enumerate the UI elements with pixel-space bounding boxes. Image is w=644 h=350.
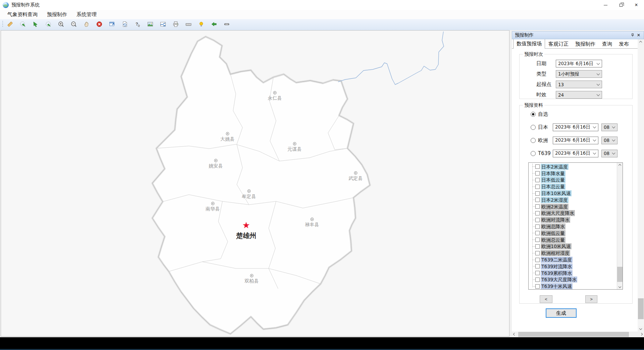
help-pointer-icon[interactable]	[133, 20, 142, 28]
tree-item[interactable]: T639累积降水	[529, 270, 616, 277]
japan-hour-select[interactable]: 08	[601, 123, 618, 131]
europe-hour-select[interactable]: 08	[601, 137, 618, 144]
radio-self-select[interactable]	[531, 112, 536, 117]
panel-vertical-scrollbar[interactable]	[638, 39, 644, 332]
date-select[interactable]: 2023年 6月16日	[556, 60, 602, 67]
tree-item[interactable]: T639二米温度	[529, 256, 616, 263]
tree-item-checkbox[interactable]	[535, 171, 540, 176]
refresh-page-icon[interactable]	[121, 20, 129, 28]
radio-t639[interactable]	[531, 151, 536, 156]
scroll-up-button[interactable]	[617, 163, 623, 168]
tree-item[interactable]: 日本2米温度	[529, 163, 616, 170]
tree-item[interactable]: 日本低云量	[529, 177, 616, 184]
minimize-button[interactable]	[598, 0, 613, 10]
stop-icon[interactable]	[95, 20, 103, 28]
print-icon[interactable]	[172, 20, 180, 28]
tree-item-checkbox[interactable]	[535, 231, 540, 235]
map-area[interactable]: 永仁县 大姚县	[1, 30, 509, 337]
tree-item[interactable]: 日本2米湿度	[529, 197, 616, 203]
scrollbar-thumb[interactable]	[638, 298, 644, 319]
tree-item-checkbox[interactable]	[535, 251, 540, 255]
tree-item-checkbox[interactable]	[535, 258, 540, 262]
scrollbar-thumb[interactable]	[617, 267, 623, 282]
europe-date-select[interactable]: 2023年 6月16日	[553, 137, 598, 144]
restore-button[interactable]	[613, 0, 629, 10]
back-arrow-icon[interactable]	[210, 20, 218, 28]
tree-item-checkbox[interactable]	[535, 284, 540, 289]
tab-forecast-production[interactable]: 预报制作	[572, 39, 599, 48]
menu-system-management[interactable]: 系统管理	[72, 10, 101, 19]
tree-item[interactable]: 欧洲相对湿度	[529, 250, 616, 256]
panel-horizontal-scrollbar[interactable]	[512, 332, 644, 337]
full-extent-icon[interactable]	[108, 20, 116, 28]
scroll-left-button[interactable]	[512, 332, 517, 337]
scroll-down-button[interactable]	[638, 326, 643, 331]
tree-item[interactable]: T639大尺度降水	[529, 277, 616, 283]
tree-item-checkbox[interactable]	[535, 178, 540, 182]
start-hour-select[interactable]: 13	[556, 81, 602, 88]
tree-item-checkbox[interactable]	[535, 164, 540, 169]
radio-japan[interactable]	[531, 125, 536, 130]
tree-item-checkbox[interactable]	[535, 278, 540, 282]
tree-item[interactable]: 欧洲对流降水	[529, 216, 616, 223]
type-select[interactable]: 1小时预报	[556, 70, 602, 78]
tree-item-checkbox[interactable]	[535, 204, 540, 209]
tree-item[interactable]: 日本降水量	[529, 170, 616, 177]
next-button[interactable]: >	[585, 295, 597, 303]
tree-item-checkbox[interactable]	[535, 244, 540, 249]
measure-tool-icon[interactable]	[223, 20, 231, 28]
zoom-out-icon[interactable]	[70, 20, 78, 28]
scroll-right-button[interactable]	[639, 332, 644, 337]
tree-item-checkbox[interactable]	[535, 185, 540, 189]
zoom-dynamic-icon[interactable]	[44, 20, 52, 28]
tree-item[interactable]: 欧洲2米温度	[529, 203, 616, 210]
tree-item-checkbox[interactable]	[535, 264, 540, 268]
japan-date-select[interactable]: 2023年 6月16日	[553, 123, 598, 131]
tree-item-checkbox[interactable]	[535, 224, 540, 229]
tab-objective-correction[interactable]: 客观订正	[545, 39, 572, 48]
tree-item[interactable]: 欧洲大尺度降水	[529, 210, 616, 217]
menu-forecast-production[interactable]: 预报制作	[43, 10, 71, 19]
tree-item-checkbox[interactable]	[535, 238, 540, 242]
pin-button[interactable]	[630, 32, 636, 38]
t639-date-select[interactable]: 2023年 6月16日	[553, 150, 598, 157]
close-button[interactable]: ×	[629, 0, 644, 10]
chart-image-icon[interactable]	[159, 20, 167, 28]
bulb-icon[interactable]	[197, 20, 205, 28]
tab-publish[interactable]: 发布	[615, 39, 632, 48]
prev-button[interactable]: <	[540, 295, 552, 303]
tree-item[interactable]: T639对流降水	[529, 263, 616, 270]
scroll-up-button[interactable]	[638, 40, 643, 45]
select-arrow-icon[interactable]	[32, 20, 40, 28]
tree-item-checkbox[interactable]	[535, 211, 540, 215]
tree-item[interactable]: 欧洲10米风速	[529, 243, 616, 250]
scroll-down-button[interactable]	[617, 284, 623, 289]
tab-query[interactable]: 查询	[599, 39, 615, 48]
tree-item[interactable]: 欧洲总降水	[529, 223, 616, 230]
tree-item-checkbox[interactable]	[535, 271, 540, 275]
scrollbar-thumb[interactable]	[518, 332, 629, 337]
ruler-horizontal-icon[interactable]	[184, 20, 193, 28]
tree-item[interactable]: T639十米风速	[529, 283, 616, 290]
t639-hour-select[interactable]: 08	[601, 150, 618, 157]
panel-close-button[interactable]: ×	[636, 32, 642, 38]
pan-hand-icon[interactable]	[83, 20, 91, 28]
zoom-in-icon[interactable]	[57, 20, 65, 28]
valid-period-select[interactable]: 24	[556, 91, 602, 99]
radio-europe[interactable]	[531, 138, 536, 143]
zoom-window-icon[interactable]	[19, 20, 27, 28]
map-canvas[interactable]	[1, 31, 509, 336]
ruler-icon[interactable]	[6, 20, 14, 28]
menu-weather-data-query[interactable]: 气象资料查询	[3, 10, 42, 19]
tree-item-checkbox[interactable]	[535, 198, 540, 202]
tree-scrollbar[interactable]	[617, 163, 623, 289]
tab-numeric-forecast-field[interactable]: 数值预报场	[513, 39, 545, 49]
tree-item[interactable]: 日本总云量	[529, 183, 616, 190]
generate-button[interactable]: 生成	[546, 308, 577, 318]
panel-splitter[interactable]	[509, 30, 512, 337]
image-icon[interactable]	[146, 20, 154, 28]
tree-item[interactable]: 日本10米风速	[529, 190, 616, 197]
tree-item-checkbox[interactable]	[535, 191, 540, 196]
tree-item[interactable]: 欧洲总云量	[529, 237, 616, 243]
tree-item[interactable]: 欧洲低云量	[529, 230, 616, 237]
